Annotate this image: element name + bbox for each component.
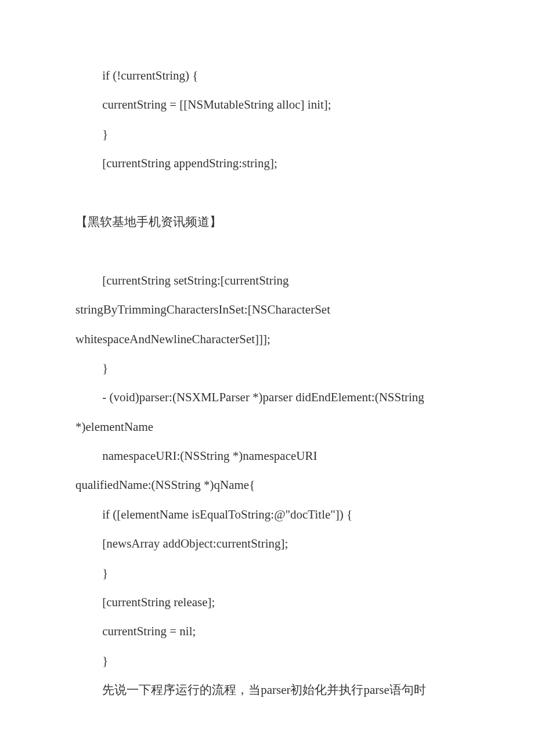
- code-line: currentString = nil;: [75, 617, 459, 646]
- text-line: 先说一下程序运行的流程，当parser初始化并执行parse语句时: [75, 675, 459, 704]
- code-line: }: [75, 120, 459, 149]
- code-line: *)elementName: [75, 412, 459, 441]
- code-line: }: [75, 559, 459, 588]
- code-line: [currentString release];: [75, 588, 459, 617]
- code-line: }: [75, 646, 459, 675]
- code-line: stringByTrimmingCharactersInSet:[NSChara…: [75, 295, 459, 324]
- text-line: 【黑软基地手机资讯频道】: [75, 207, 459, 236]
- code-line: namespaceURI:(NSString *)namespaceURI: [75, 441, 459, 470]
- blank-line: [75, 236, 459, 265]
- code-line: if (!currentString) {: [75, 61, 459, 90]
- code-line: if ([elementName isEqualToString:@"docTi…: [75, 500, 459, 529]
- document-content: if (!currentString) { currentString = [[…: [75, 61, 459, 705]
- code-line: currentString = [[NSMutableString alloc]…: [75, 90, 459, 119]
- code-line: [newsArray addObject:currentString];: [75, 529, 459, 558]
- code-line: whitespaceAndNewlineCharacterSet]]];: [75, 325, 459, 354]
- blank-line: [75, 178, 459, 207]
- code-line: [currentString setString:[currentString: [75, 266, 459, 295]
- code-line: [currentString appendString:string];: [75, 149, 459, 178]
- code-line: - (void)parser:(NSXMLParser *)parser did…: [75, 383, 459, 412]
- code-line: qualifiedName:(NSString *)qName{: [75, 470, 459, 499]
- code-line: }: [75, 354, 459, 383]
